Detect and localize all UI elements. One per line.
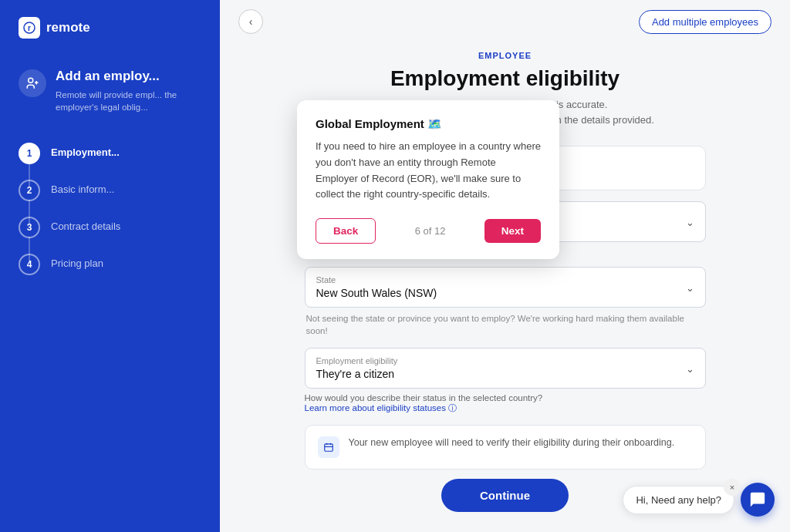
notice-icon — [318, 436, 339, 458]
step-circle-1: 1 — [19, 143, 40, 164]
onboarding-notice: Your new employee will need to verify th… — [305, 425, 706, 470]
help-chat-button[interactable] — [741, 483, 775, 517]
eligibility-link[interactable]: Learn more about eligibility statuses — [305, 403, 446, 412]
eligibility-value: They're a citizen — [316, 368, 694, 380]
eligibility-select[interactable]: Employment eligibility They're a citizen… — [305, 348, 706, 389]
continue-button[interactable]: Continue — [441, 479, 569, 512]
step-item-1[interactable]: 1 Employment... — [19, 135, 201, 172]
state-value: New South Wales (NSW) — [316, 287, 694, 299]
step-label-4: Pricing plan — [51, 254, 103, 269]
continue-btn-wrap: Continue — [441, 470, 569, 530]
step-circle-4: 4 — [19, 254, 40, 275]
eligibility-chevron-icon: ⌄ — [686, 362, 694, 374]
top-bar: ‹ Add multiple employees — [220, 0, 790, 43]
help-widget: × Hi, Need any help? — [623, 483, 775, 517]
tooltip-back-button[interactable]: Back — [316, 218, 376, 244]
add-employee-icon — [19, 69, 46, 97]
help-bubble: Hi, Need any help? — [623, 486, 734, 514]
sidebar-header: Add an employ... Remote will provide emp… — [0, 56, 220, 129]
tooltip-next-button[interactable]: Next — [484, 219, 541, 243]
page-title: Employment eligibility — [390, 66, 620, 91]
sidebar-subtitle: Remote will provide empl... the employer… — [56, 89, 201, 113]
step-circle-2: 2 — [19, 180, 40, 201]
sidebar: r remote Add an employ... Remote will pr… — [0, 0, 220, 532]
step-item-4[interactable]: 4 Pricing plan — [19, 246, 201, 283]
eligibility-info-icon: ⓘ — [448, 403, 457, 412]
svg-text:r: r — [28, 24, 31, 32]
eligibility-label: Employment eligibility — [316, 356, 694, 365]
logo-area: r remote — [0, 0, 220, 56]
svg-rect-5 — [324, 444, 333, 451]
sidebar-main-title: Add an employ... — [56, 68, 201, 85]
tooltip-footer: Back 6 of 12 Next — [316, 218, 541, 244]
state-hint: Not seeing the state or province you wan… — [305, 312, 706, 337]
step-label-3: Contract details — [51, 217, 120, 232]
logo-text: remote — [46, 20, 90, 35]
main-content: ‹ Add multiple employees EMPLOYEE Employ… — [220, 0, 790, 532]
notice-text: Your new employee will need to verify th… — [349, 436, 675, 450]
back-nav-button[interactable]: ‹ — [238, 9, 263, 34]
country-chevron-icon: ⌄ — [686, 216, 694, 227]
step-label-1: Employment... — [51, 143, 120, 158]
sidebar-title-area: Add an employ... Remote will provide emp… — [56, 68, 201, 113]
tooltip-step-indicator: 6 of 12 — [415, 225, 446, 237]
step-item-3[interactable]: 3 Contract details — [19, 209, 201, 246]
step-circle-3: 3 — [19, 217, 40, 238]
state-label: State — [316, 275, 694, 285]
tooltip-title: Global Employment 🗺️ — [316, 117, 541, 131]
add-multiple-button[interactable]: Add multiple employees — [639, 10, 771, 34]
step-item-2[interactable]: 2 Basic inform... — [19, 172, 201, 209]
tooltip-card: Global Employment 🗺️ If you need to hire… — [297, 100, 559, 259]
sidebar-steps: 1 Employment... 2 Basic inform... 3 Cont… — [0, 129, 220, 289]
svg-point-2 — [29, 78, 33, 82]
state-select[interactable]: State New South Wales (NSW) ⌄ — [305, 267, 706, 308]
eligibility-hint-text: How would you describe their status in t… — [305, 393, 543, 402]
step-label-2: Basic inform... — [51, 180, 114, 195]
eligibility-hint: How would you describe their status in t… — [305, 393, 706, 414]
tooltip-body: If you need to hire an employee in a cou… — [316, 139, 541, 203]
state-chevron-icon: ⌄ — [686, 281, 694, 293]
logo-icon: r — [19, 17, 40, 39]
section-label: EMPLOYEE — [478, 51, 532, 60]
help-close-button[interactable]: × — [724, 479, 741, 496]
